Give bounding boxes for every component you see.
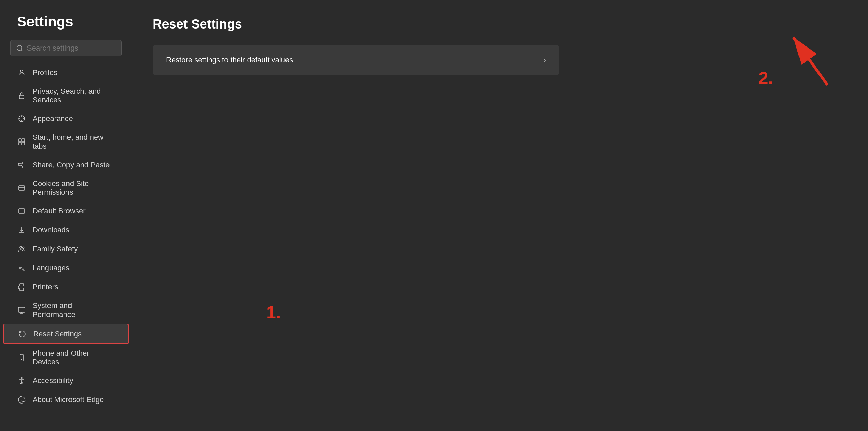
search-input[interactable]	[27, 44, 116, 53]
sidebar-item-printers-label: Printers	[33, 283, 58, 292]
sidebar-item-reset[interactable]: Reset Settings	[3, 324, 129, 344]
svg-point-19	[20, 246, 22, 248]
sidebar-item-cookies[interactable]: Cookies and Site Permissions	[0, 174, 132, 202]
sidebar-item-system[interactable]: System and Performance	[0, 297, 132, 324]
search-box[interactable]	[10, 40, 122, 56]
annotation-arrow	[732, 17, 834, 92]
search-icon	[16, 44, 23, 52]
svg-point-27	[21, 359, 22, 360]
languages-icon	[17, 263, 26, 273]
svg-rect-5	[19, 139, 21, 142]
sidebar-item-start-home[interactable]: Start, home, and new tabs	[0, 128, 132, 155]
svg-point-0	[17, 45, 22, 51]
sidebar-item-reset-label: Reset Settings	[33, 330, 82, 338]
sidebar-item-about-label: About Microsoft Edge	[33, 395, 104, 404]
sidebar-item-privacy-label: Privacy, Search, and Services	[33, 87, 115, 105]
svg-rect-16	[19, 209, 25, 213]
sidebar-item-profiles-label: Profiles	[33, 68, 57, 77]
phone-icon	[17, 353, 26, 362]
svg-rect-23	[18, 307, 25, 312]
sidebar-item-privacy[interactable]: Privacy, Search, and Services	[0, 82, 132, 109]
sidebar-item-profiles[interactable]: Profiles	[0, 63, 132, 82]
svg-line-1	[21, 50, 22, 51]
main-content: Reset Settings Restore settings to their…	[132, 0, 868, 431]
svg-rect-3	[19, 95, 24, 99]
svg-point-28	[21, 377, 22, 379]
sidebar-item-about[interactable]: About Microsoft Edge	[0, 390, 132, 409]
sidebar-item-appearance-label: Appearance	[33, 114, 73, 123]
svg-rect-6	[22, 139, 25, 142]
printer-icon	[17, 282, 26, 292]
sidebar-item-default-browser-label: Default Browser	[33, 207, 86, 215]
svg-rect-7	[19, 142, 21, 145]
svg-rect-22	[20, 288, 24, 291]
svg-line-13	[21, 164, 22, 167]
svg-point-20	[23, 247, 24, 249]
sidebar-item-share-copy-label: Share, Copy and Paste	[33, 161, 110, 169]
svg-rect-11	[22, 166, 25, 168]
reset-icon	[18, 329, 27, 339]
sidebar-item-system-label: System and Performance	[33, 301, 115, 319]
sidebar-item-share-copy[interactable]: Share, Copy and Paste	[0, 155, 132, 174]
accessibility-icon	[17, 376, 26, 386]
cookies-icon	[17, 183, 26, 193]
svg-rect-21	[20, 284, 24, 286]
sidebar-item-phone[interactable]: Phone and Other Devices	[0, 344, 132, 371]
system-icon	[17, 305, 26, 315]
sidebar-item-family-safety[interactable]: Family Safety	[0, 240, 132, 259]
sidebar-title: Settings	[0, 14, 132, 40]
chevron-right-icon: ›	[543, 55, 546, 65]
privacy-icon	[17, 91, 26, 100]
family-icon	[17, 244, 26, 254]
profile-icon	[17, 68, 26, 77]
home-icon	[17, 137, 26, 147]
sidebar-item-appearance[interactable]: Appearance	[0, 109, 132, 128]
svg-rect-8	[22, 142, 25, 145]
appearance-icon	[17, 114, 26, 124]
restore-card[interactable]: Restore settings to their default values…	[153, 45, 559, 75]
sidebar-item-printers[interactable]: Printers	[0, 278, 132, 297]
svg-rect-14	[19, 186, 25, 190]
sidebar-item-languages[interactable]: Languages	[0, 259, 132, 278]
sidebar-item-start-home-label: Start, home, and new tabs	[33, 133, 115, 151]
sidebar-item-cookies-label: Cookies and Site Permissions	[33, 179, 115, 197]
annotation-1: 1.	[266, 302, 281, 322]
svg-rect-9	[18, 163, 21, 165]
sidebar-item-family-safety-label: Family Safety	[33, 245, 78, 254]
svg-rect-10	[22, 162, 25, 164]
downloads-icon	[17, 225, 26, 235]
share-icon	[17, 160, 26, 170]
sidebar-item-accessibility-label: Accessibility	[33, 376, 73, 385]
sidebar-item-languages-label: Languages	[33, 264, 70, 273]
svg-line-30	[793, 37, 827, 85]
sidebar-item-default-browser[interactable]: Default Browser	[0, 202, 132, 221]
svg-point-2	[20, 70, 23, 73]
sidebar-item-downloads[interactable]: Downloads	[0, 221, 132, 240]
sidebar-item-phone-label: Phone and Other Devices	[33, 349, 115, 367]
restore-card-label: Restore settings to their default values	[166, 56, 293, 64]
sidebar: Settings Profiles Privacy, Search, and S…	[0, 0, 132, 431]
sidebar-item-accessibility[interactable]: Accessibility	[0, 371, 132, 390]
edge-icon	[17, 395, 26, 405]
sidebar-item-downloads-label: Downloads	[33, 226, 70, 235]
browser-icon	[17, 206, 26, 216]
